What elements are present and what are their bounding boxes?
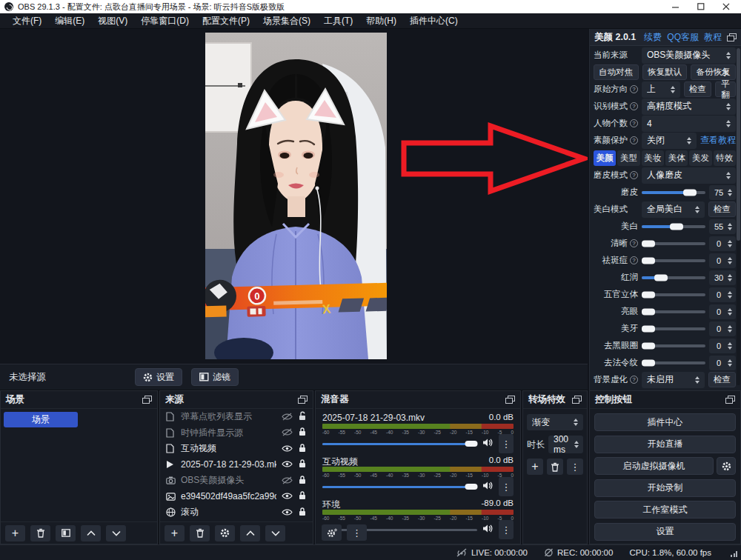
remove-source-button[interactable] bbox=[190, 525, 210, 541]
tab-hair[interactable]: 美发 bbox=[689, 150, 711, 166]
contour-slider[interactable] bbox=[642, 293, 705, 296]
blemish-spinbox[interactable]: 0 bbox=[709, 253, 736, 268]
dark-circles-slider[interactable] bbox=[642, 344, 705, 347]
nasolabial-spinbox[interactable]: 0 bbox=[709, 356, 736, 370]
transition-menu-button[interactable] bbox=[567, 459, 583, 475]
nasolabial-slider[interactable] bbox=[642, 361, 705, 364]
popout-icon[interactable] bbox=[725, 396, 735, 404]
help-icon[interactable] bbox=[630, 119, 638, 127]
menu-docks[interactable]: 停靠窗口(D) bbox=[134, 15, 196, 27]
speaker-icon[interactable] bbox=[482, 523, 494, 536]
lock-icon[interactable] bbox=[298, 426, 307, 439]
volume-slider[interactable] bbox=[322, 486, 477, 488]
lock-icon[interactable] bbox=[298, 442, 307, 456]
lock-icon[interactable] bbox=[298, 458, 307, 471]
tab-body[interactable]: 美体 bbox=[665, 150, 688, 166]
move-scene-down-button[interactable] bbox=[106, 525, 126, 541]
popout-icon[interactable] bbox=[298, 396, 308, 404]
view-tutorial-link[interactable]: 查看教程 bbox=[700, 134, 736, 147]
move-source-up-button[interactable] bbox=[240, 525, 260, 541]
smooth-spinbox[interactable]: 75 bbox=[709, 185, 736, 200]
orientation-check-button[interactable]: 检查 bbox=[684, 81, 711, 97]
tab-effects[interactable]: 特效 bbox=[714, 150, 736, 166]
virtual-camera-settings-button[interactable] bbox=[717, 457, 736, 475]
blemish-slider[interactable] bbox=[642, 259, 705, 262]
maximize-button[interactable] bbox=[697, 2, 705, 11]
start-recording-button[interactable]: 开始录制 bbox=[594, 479, 736, 497]
advanced-audio-button[interactable] bbox=[322, 524, 342, 541]
smooth-mode-dropdown[interactable]: 人像磨皮 bbox=[642, 167, 736, 184]
menu-tools[interactable]: 工具(T) bbox=[317, 15, 359, 27]
whiten-spinbox[interactable]: 55 bbox=[709, 219, 736, 234]
menu-view[interactable]: 视图(V) bbox=[91, 15, 134, 27]
source-row[interactable]: 2025-07-18 21-29-03.mkv bbox=[160, 457, 313, 473]
add-scene-button[interactable] bbox=[5, 525, 25, 541]
orientation-dropdown[interactable]: 上 bbox=[642, 81, 680, 98]
volume-slider[interactable] bbox=[322, 443, 477, 445]
source-row[interactable]: 互动视频 bbox=[160, 441, 313, 457]
menu-help[interactable]: 帮助(H) bbox=[359, 15, 403, 27]
source-filters-button[interactable]: 滤镜 bbox=[191, 368, 239, 386]
eye-slash-icon[interactable] bbox=[282, 426, 293, 439]
whiten-check-button[interactable]: 检查 bbox=[708, 201, 736, 217]
qq-support-link[interactable]: QQ客服 bbox=[667, 31, 699, 44]
clarity-slider[interactable] bbox=[642, 242, 705, 245]
add-source-button[interactable] bbox=[165, 525, 185, 541]
bg-blur-check-button[interactable]: 检查 bbox=[708, 372, 736, 387]
tab-reshape[interactable]: 美型 bbox=[617, 150, 639, 166]
help-icon[interactable] bbox=[630, 171, 638, 179]
transition-duration-spinbox[interactable]: 300 ms bbox=[548, 436, 583, 453]
source-row[interactable]: 弹幕点歌列表显示 bbox=[160, 409, 313, 425]
bg-blur-dropdown[interactable]: 未启用 bbox=[642, 372, 705, 388]
eye-slash-icon[interactable] bbox=[282, 410, 293, 424]
move-source-down-button[interactable] bbox=[265, 525, 285, 541]
tutorial-link[interactable]: 教程 bbox=[704, 31, 722, 44]
beauty-source-dropdown[interactable]: OBS美颜摄像头 bbox=[642, 47, 736, 64]
smooth-slider[interactable] bbox=[642, 191, 705, 194]
help-icon[interactable] bbox=[630, 256, 638, 264]
lock-icon[interactable] bbox=[298, 490, 307, 503]
lock-icon[interactable] bbox=[298, 506, 307, 519]
source-row[interactable]: e394502df49aa5fc2a99cd2e7c bbox=[160, 489, 313, 505]
channel-menu-button[interactable] bbox=[499, 434, 514, 453]
channel-menu-button[interactable] bbox=[499, 520, 514, 539]
restore-default-button[interactable]: 恢复默认 bbox=[642, 64, 688, 80]
plugin-center-button[interactable]: 插件中心 bbox=[594, 413, 736, 431]
source-row[interactable]: OBS美颜摄像头 bbox=[160, 473, 313, 489]
renew-link[interactable]: 续费 bbox=[644, 31, 662, 44]
preview-canvas[interactable]: 0 X bbox=[0, 29, 588, 364]
source-row[interactable]: 滚动 bbox=[160, 504, 313, 521]
whiten-slider[interactable] bbox=[642, 225, 705, 228]
help-icon[interactable] bbox=[630, 85, 638, 93]
start-virtual-camera-button[interactable]: 启动虚拟摄像机 bbox=[594, 457, 714, 475]
menu-file[interactable]: 文件(F) bbox=[6, 15, 48, 27]
autofocus-button[interactable]: 自动对焦 bbox=[594, 64, 639, 80]
source-properties-toolbar-button[interactable] bbox=[215, 525, 235, 541]
scene-item-selected[interactable]: 场景 bbox=[4, 412, 78, 427]
remove-scene-button[interactable] bbox=[30, 525, 50, 541]
scene-filters-button[interactable] bbox=[56, 525, 76, 541]
start-streaming-button[interactable]: 开始直播 bbox=[594, 436, 736, 453]
unlock-icon[interactable] bbox=[298, 410, 307, 424]
eye-icon[interactable] bbox=[282, 506, 293, 519]
horizontal-flip-button[interactable]: 水平翻转 bbox=[715, 81, 736, 97]
mixer-menu-button[interactable] bbox=[347, 524, 367, 541]
rosy-spinbox[interactable]: 30 bbox=[709, 270, 736, 285]
popout-icon[interactable] bbox=[505, 396, 515, 404]
person-count-spinbox[interactable]: 4 bbox=[642, 116, 736, 132]
tab-beauty[interactable]: 美颜 bbox=[594, 150, 616, 166]
tab-makeup[interactable]: 美妆 bbox=[642, 150, 664, 166]
speaker-icon[interactable] bbox=[482, 437, 494, 450]
help-icon[interactable] bbox=[630, 239, 638, 247]
contour-spinbox[interactable]: 0 bbox=[709, 287, 736, 302]
whiten-mode-dropdown[interactable]: 全局美白 bbox=[642, 201, 705, 218]
help-icon[interactable] bbox=[630, 376, 638, 384]
studio-mode-button[interactable]: 工作室模式 bbox=[594, 501, 736, 519]
menu-edit[interactable]: 编辑(E) bbox=[48, 15, 91, 27]
settings-button[interactable]: 设置 bbox=[594, 523, 736, 541]
teeth-slider[interactable] bbox=[642, 327, 705, 330]
channel-menu-button[interactable] bbox=[499, 477, 514, 496]
teeth-spinbox[interactable]: 0 bbox=[709, 321, 736, 336]
speaker-icon[interactable] bbox=[482, 480, 494, 493]
popout-icon[interactable] bbox=[727, 33, 737, 41]
